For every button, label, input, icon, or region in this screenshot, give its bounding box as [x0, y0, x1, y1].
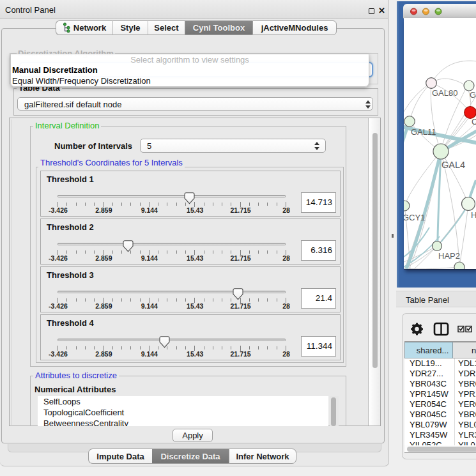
svg-text:GAL11: GAL11: [411, 127, 436, 137]
svg-text:C: C: [472, 117, 476, 127]
svg-text:GAL80: GAL80: [432, 88, 457, 98]
svg-text:G.: G.: [470, 90, 476, 100]
svg-text:HAP2: HAP2: [438, 251, 460, 261]
svg-text:H: H: [471, 210, 476, 220]
svg-text:GAL4: GAL4: [441, 160, 465, 170]
svg-text:GCY1: GCY1: [404, 213, 425, 222]
